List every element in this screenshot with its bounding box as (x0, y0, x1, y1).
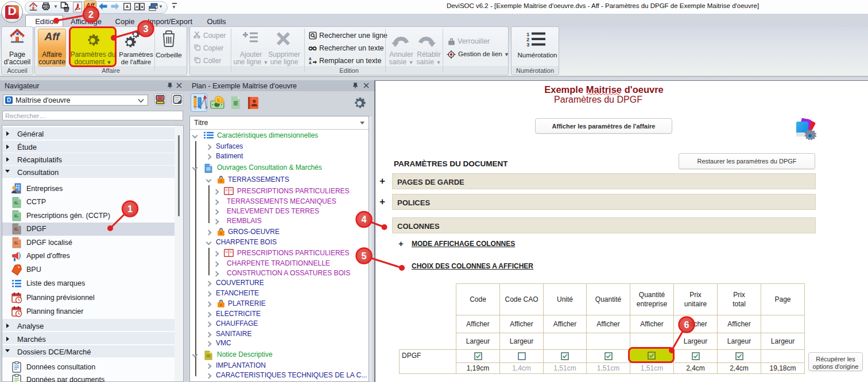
svg-text:6: 6 (684, 320, 689, 330)
svg-text:1: 1 (127, 204, 133, 214)
svg-text:2: 2 (88, 10, 94, 20)
svg-text:3: 3 (144, 24, 149, 34)
svg-text:4: 4 (362, 215, 367, 224)
svg-text:5: 5 (362, 251, 367, 261)
